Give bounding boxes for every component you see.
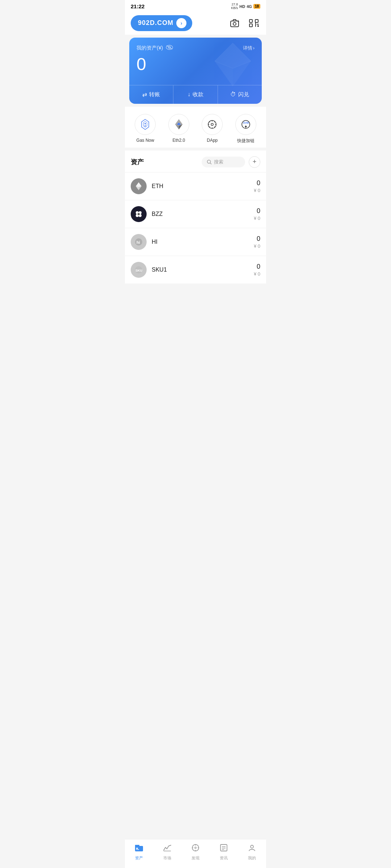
asset-label: 我的资产(¥) [136, 45, 173, 51]
receive-icon: ↓ [188, 91, 190, 98]
sku1-name: SKU1 [152, 267, 254, 273]
eth-values: 0 ¥ 0 [254, 179, 260, 193]
transfer-icon: ⇄ [142, 91, 147, 98]
transfer-button[interactable]: ⇄ 转账 [129, 85, 173, 104]
gas-now-label: Gas Now [136, 138, 154, 143]
eth-cny: ¥ 0 [254, 188, 260, 193]
network-speed: 27.8 KB/s [231, 3, 238, 10]
asset-list-item[interactable]: hi HI 0 ¥ 0 [125, 228, 266, 256]
search-placeholder: 搜索 [214, 159, 223, 165]
asset-list-item[interactable]: SKU SKU1 0 ¥ 0 [125, 256, 266, 284]
svg-text:+: + [237, 19, 239, 23]
svg-rect-6 [255, 22, 256, 27]
svg-line-36 [214, 122, 215, 122]
svg-text:SKU: SKU [135, 269, 142, 272]
search-bar[interactable]: 搜索 [202, 157, 245, 167]
svg-line-42 [210, 163, 212, 164]
assets-header: 资产 搜索 + [125, 150, 266, 172]
scan-button[interactable] [247, 17, 260, 30]
top-nav: 902D.COM › + [125, 12, 266, 35]
receive-label: 收款 [193, 91, 203, 98]
dapp-circle [202, 114, 223, 135]
network-badge: 4G [247, 4, 252, 9]
bzz-name: BZZ [152, 211, 254, 217]
transfer-label: 转账 [149, 91, 160, 98]
sku1-cny: ¥ 0 [254, 271, 260, 277]
hi-name: HI [152, 239, 254, 245]
bzz-values: 0 ¥ 0 [254, 207, 260, 221]
bzz-logo [131, 206, 147, 222]
asset-label-text: 我的资产(¥) [136, 45, 163, 51]
eth2-label: Eth2.0 [172, 138, 185, 143]
asset-card: 我的资产(¥) 详情 › 0 ⇄ 转账 [129, 38, 262, 104]
svg-rect-4 [255, 20, 258, 22]
hi-values: 0 ¥ 0 [254, 235, 260, 249]
svg-line-35 [209, 127, 210, 127]
bzz-cny: ¥ 0 [254, 216, 260, 221]
gas-now-circle [135, 114, 156, 135]
eye-icon[interactable] [166, 45, 173, 51]
battery-icon: 18 [253, 4, 260, 9]
search-add-row: 搜索 + [202, 156, 260, 168]
svg-rect-3 [249, 20, 252, 22]
svg-rect-5 [249, 24, 252, 27]
svg-text:EVM: EVM [243, 122, 249, 124]
svg-line-34 [214, 127, 215, 127]
hi-logo: hi [131, 234, 147, 250]
asset-list-item[interactable]: ETH 0 ¥ 0 [125, 172, 266, 200]
quick-access: Gas Now Eth2.0 [125, 107, 266, 148]
eth-amount: 0 [254, 179, 260, 187]
svg-point-28 [211, 123, 213, 125]
status-bar: 21:22 27.8 KB/s HD 4G 18 [125, 0, 266, 12]
quick-item-eth2[interactable]: Eth2.0 [168, 114, 189, 144]
add-wallet-button[interactable]: + [228, 17, 241, 30]
sku1-logo: SKU [131, 262, 147, 278]
hi-amount: 0 [254, 235, 260, 243]
quick-item-dapp[interactable]: DApp [202, 114, 223, 144]
status-time: 21:22 [131, 3, 144, 9]
quick-chain-circle: EVM [235, 114, 256, 135]
bzz-amount: 0 [254, 207, 260, 215]
hd-badge: HD [239, 4, 245, 9]
svg-point-50 [138, 213, 140, 215]
svg-marker-18 [144, 123, 146, 125]
swap-icon: ⏱ [230, 91, 236, 98]
swap-label: 闪兑 [238, 91, 249, 98]
assets-title: 资产 [131, 158, 144, 166]
eth-watermark [211, 41, 255, 90]
svg-line-33 [209, 122, 210, 122]
camera-add-icon: + [230, 19, 240, 27]
svg-rect-7 [257, 24, 259, 25]
status-icons: 27.8 KB/s HD 4G 18 [231, 3, 260, 10]
svg-point-1 [233, 22, 236, 25]
dapp-label: DApp [207, 138, 218, 143]
brand-button[interactable]: 902D.COM › [131, 15, 192, 31]
brand-text: 902D.COM [138, 19, 173, 27]
svg-rect-8 [257, 25, 259, 27]
assets-section: 资产 搜索 + ETH 0 ¥ 0 [125, 150, 266, 284]
scan-icon [249, 19, 259, 27]
svg-point-41 [207, 160, 211, 163]
brand-arrow-icon: › [176, 18, 186, 28]
eth2-circle [168, 114, 189, 135]
eth-logo [131, 178, 147, 194]
hi-cny: ¥ 0 [254, 243, 260, 249]
search-icon [207, 159, 212, 165]
svg-text:hi: hi [136, 240, 140, 244]
sku1-amount: 0 [254, 263, 260, 271]
quick-item-quick-chain[interactable]: EVM 快捷加链 [235, 114, 256, 144]
sku1-values: 0 ¥ 0 [254, 263, 260, 277]
add-asset-button[interactable]: + [249, 156, 260, 168]
quick-item-gas-now[interactable]: Gas Now [135, 114, 156, 144]
eth-name: ETH [152, 183, 254, 190]
asset-list-item[interactable]: BZZ 0 ¥ 0 [125, 200, 266, 228]
quick-chain-label: 快捷加链 [237, 138, 255, 144]
svg-marker-39 [245, 125, 247, 127]
nav-icons: + [228, 17, 260, 30]
